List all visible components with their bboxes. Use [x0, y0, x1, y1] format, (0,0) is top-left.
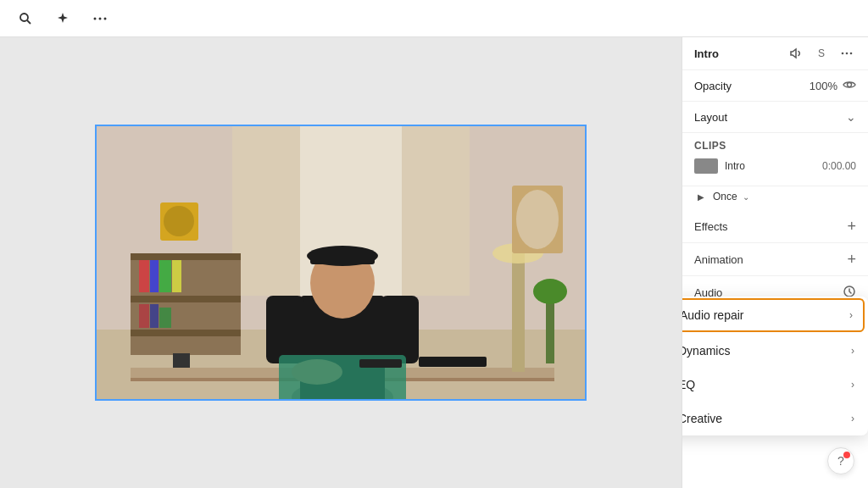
svg-rect-28	[266, 296, 304, 363]
dropdown-item-audio-repair[interactable]: Audio repair ›	[682, 298, 865, 332]
opacity-value: 100%	[810, 80, 837, 92]
audio-repair-label: Audio repair	[682, 308, 744, 322]
notification-dot	[843, 452, 850, 458]
canvas-area	[0, 37, 682, 488]
play-icon: ▶	[694, 190, 708, 203]
chevron-right-icon: ›	[851, 345, 854, 357]
svg-rect-32	[512, 253, 525, 372]
dropdown-item-dynamics[interactable]: Dynamics ›	[682, 334, 868, 368]
svg-point-0	[20, 14, 28, 21]
effects-row[interactable]: Effects +	[682, 210, 868, 243]
right-panel: Intro S Opa	[682, 37, 868, 488]
dynamics-label: Dynamics	[682, 344, 730, 358]
svg-rect-34	[173, 353, 190, 368]
creative-label: Creative	[682, 412, 722, 425]
chevron-right-icon: ›	[849, 309, 853, 321]
svg-point-3	[99, 17, 102, 19]
opacity-label: Opacity	[694, 80, 732, 92]
chevron-right-icon: ›	[851, 379, 854, 391]
svg-rect-18	[139, 304, 149, 328]
clip-name: Intro	[725, 160, 815, 172]
svg-rect-16	[159, 260, 171, 292]
dropdown-item-eq[interactable]: EQ ›	[682, 368, 868, 402]
effects-label: Effects	[694, 220, 728, 233]
dropdown-item-creative[interactable]: Creative ›	[682, 402, 868, 435]
svg-point-38	[533, 279, 567, 304]
toolbar	[0, 0, 868, 37]
svg-point-2	[94, 17, 97, 19]
help-button[interactable]: ?	[827, 447, 854, 474]
svg-rect-37	[546, 296, 554, 363]
svg-rect-36	[359, 359, 402, 368]
svg-rect-17	[172, 260, 181, 292]
clips-label: Clips	[694, 140, 856, 152]
svg-rect-12	[131, 296, 241, 302]
svg-point-42	[516, 190, 559, 249]
clip-time: 0:00.00	[822, 160, 856, 172]
svg-point-40	[164, 206, 194, 236]
chevron-right-icon: ›	[851, 413, 854, 424]
animation-label: Animation	[694, 253, 743, 266]
chevron-down-icon: ⌄	[846, 110, 856, 124]
intro-title: Intro	[694, 47, 719, 60]
svg-rect-35	[419, 357, 487, 367]
intro-icons: S	[787, 44, 856, 63]
opacity-value-group: 100%	[810, 79, 856, 92]
more-options-icon[interactable]	[88, 7, 112, 30]
svg-point-44	[846, 53, 849, 55]
video-placeholder	[97, 126, 585, 399]
svg-point-45	[850, 53, 853, 55]
svg-rect-13	[131, 330, 241, 336]
main-content: Intro S Opa	[0, 37, 868, 488]
clips-section: Clips Intro 0:00.00	[682, 133, 868, 186]
effects-add-icon[interactable]: +	[847, 219, 856, 234]
opacity-row: Opacity 100%	[682, 70, 868, 102]
svg-rect-29	[381, 296, 419, 363]
chevron-down-small-icon: ⌄	[743, 192, 749, 202]
svg-point-46	[848, 83, 852, 87]
svg-rect-8	[232, 126, 300, 296]
eye-icon[interactable]	[843, 79, 856, 92]
animation-row[interactable]: Animation +	[682, 243, 868, 276]
svg-point-4	[104, 17, 107, 19]
svg-rect-19	[150, 304, 159, 328]
sparkle-icon[interactable]	[51, 7, 75, 30]
audio-icon-btn[interactable]	[787, 44, 805, 63]
video-frame	[95, 125, 587, 401]
svg-point-43	[842, 53, 844, 55]
svg-rect-11	[131, 253, 241, 260]
svg-rect-20	[159, 308, 171, 328]
animation-add-icon[interactable]: +	[847, 252, 856, 267]
svg-rect-14	[139, 260, 149, 292]
once-row[interactable]: ▶ Once ⌄	[682, 186, 868, 210]
svg-rect-15	[150, 260, 159, 292]
clip-thumbnail	[694, 158, 718, 174]
layout-row[interactable]: Layout ⌄	[682, 102, 868, 133]
more-options-btn[interactable]	[837, 44, 856, 63]
search-icon[interactable]	[14, 7, 37, 30]
once-text: Once	[713, 191, 737, 202]
svg-rect-27	[310, 252, 375, 264]
dropdown-menu: Audio repair › Dynamics › EQ › Creative …	[682, 297, 868, 435]
s-label[interactable]: S	[812, 44, 831, 63]
layout-label: Layout	[694, 111, 727, 124]
svg-line-1	[27, 20, 31, 24]
svg-rect-9	[402, 126, 470, 296]
clip-item: Intro 0:00.00	[694, 158, 856, 174]
intro-header-row: Intro S	[682, 37, 868, 70]
eq-label: EQ	[682, 378, 695, 391]
